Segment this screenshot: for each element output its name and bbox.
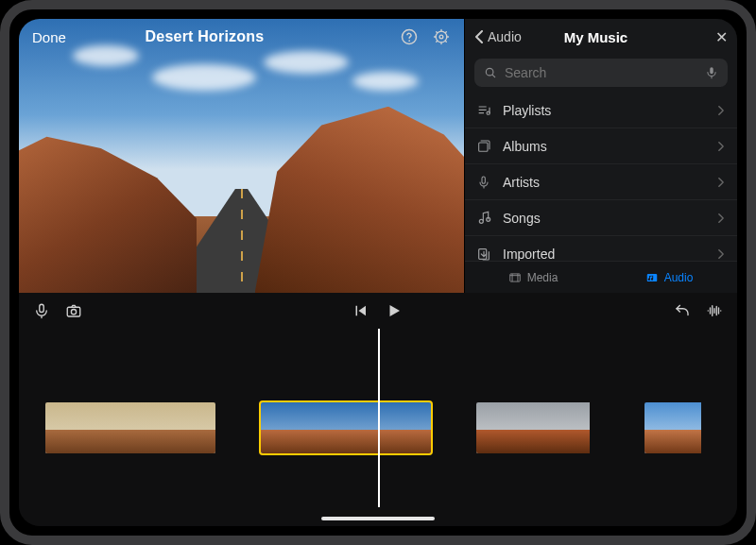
- undo-button[interactable]: [673, 301, 692, 320]
- svg-rect-7: [479, 143, 488, 151]
- timeline-controls: [19, 293, 737, 329]
- clip-selected[interactable]: [261, 402, 431, 453]
- songs-icon: [476, 211, 491, 226]
- media-icon: [508, 271, 522, 284]
- panel-title: My Music: [482, 29, 710, 45]
- row-artists[interactable]: Artists: [465, 164, 737, 200]
- search-icon: [484, 66, 497, 79]
- clip[interactable]: [45, 402, 215, 453]
- chevron-right-icon: [716, 106, 726, 115]
- project-title: Desert Horizons: [19, 28, 400, 45]
- gear-icon[interactable]: [432, 27, 451, 46]
- help-icon[interactable]: [400, 27, 419, 46]
- timeline-area: [19, 293, 737, 526]
- camera-button[interactable]: [64, 301, 83, 320]
- chevron-right-icon: [716, 178, 726, 187]
- ipad-frame: Done Desert Horizons: [0, 0, 756, 545]
- albums-icon: [476, 139, 491, 154]
- row-label: Imported: [503, 247, 555, 262]
- row-label: Songs: [503, 211, 541, 226]
- track-area[interactable]: [19, 329, 737, 526]
- search-input[interactable]: [505, 65, 697, 80]
- svg-rect-11: [479, 248, 487, 259]
- playlists-icon: [476, 103, 491, 118]
- music-list: Playlists Albums Artists: [465, 93, 737, 261]
- svg-rect-5: [710, 67, 713, 74]
- clip[interactable]: [476, 402, 599, 453]
- previous-button[interactable]: [351, 301, 369, 320]
- playhead[interactable]: [378, 329, 380, 507]
- play-button[interactable]: [383, 299, 405, 322]
- chevron-right-icon: [716, 213, 726, 223]
- row-imported[interactable]: Imported: [465, 236, 737, 261]
- svg-point-1: [408, 40, 410, 42]
- music-panel: Audio My Music ✕ Playlists: [464, 19, 737, 293]
- svg-rect-12: [509, 273, 520, 281]
- svg-rect-13: [646, 273, 657, 281]
- row-playlists[interactable]: Playlists: [465, 93, 737, 128]
- row-albums[interactable]: Albums: [465, 128, 737, 164]
- row-label: Playlists: [503, 103, 551, 118]
- panel-tabs: Media Audio: [465, 261, 737, 293]
- preview-image: [19, 19, 464, 293]
- svg-rect-14: [40, 304, 44, 312]
- imported-icon: [476, 247, 491, 262]
- screen: Done Desert Horizons: [19, 19, 737, 526]
- artists-icon: [476, 175, 491, 190]
- row-label: Artists: [503, 175, 540, 190]
- search-field[interactable]: [474, 59, 728, 87]
- chevron-right-icon: [716, 249, 726, 259]
- clip[interactable]: [644, 402, 711, 453]
- tab-audio[interactable]: Audio: [601, 262, 737, 293]
- panel-header: Audio My Music ✕: [465, 19, 737, 55]
- svg-rect-15: [67, 307, 80, 316]
- row-songs[interactable]: Songs: [465, 200, 737, 236]
- row-label: Albums: [503, 139, 547, 154]
- preview-toolbar: Done Desert Horizons: [19, 19, 464, 55]
- close-icon[interactable]: ✕: [715, 28, 728, 46]
- video-preview: Done Desert Horizons: [19, 19, 464, 293]
- svg-point-16: [71, 310, 76, 315]
- tab-label: Media: [527, 271, 558, 284]
- tab-media[interactable]: Media: [465, 262, 601, 293]
- audio-icon: [645, 271, 659, 284]
- tab-label: Audio: [664, 271, 694, 284]
- waveform-button[interactable]: [705, 301, 724, 320]
- svg-rect-8: [482, 177, 485, 183]
- svg-point-3: [439, 35, 443, 39]
- microphone-button[interactable]: [32, 301, 51, 320]
- chevron-right-icon: [716, 142, 726, 151]
- top-area: Done Desert Horizons: [19, 19, 737, 293]
- home-indicator[interactable]: [321, 517, 435, 520]
- microphone-icon[interactable]: [705, 65, 718, 80]
